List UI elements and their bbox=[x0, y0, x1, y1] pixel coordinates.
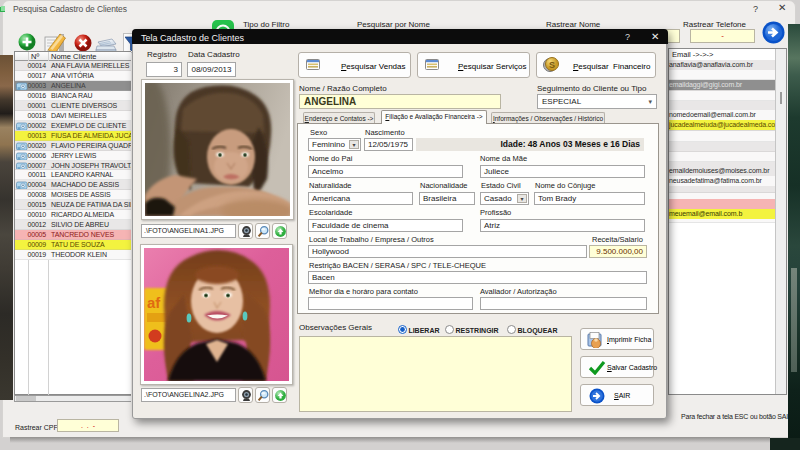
svg-text:af: af bbox=[147, 294, 161, 311]
svg-text:S: S bbox=[549, 60, 555, 70]
